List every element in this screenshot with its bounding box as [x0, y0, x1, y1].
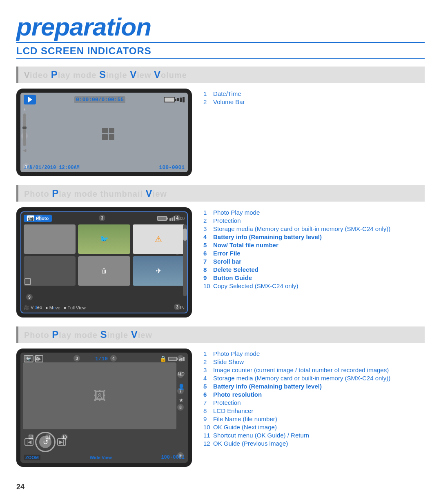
list-item: 9 File Name (file number) — [203, 415, 425, 422]
psv-view-label: Wide View — [90, 455, 112, 460]
psv-image-area: 🖼 — [23, 362, 176, 429]
list-item: 2 Protection — [203, 217, 425, 224]
photo-thumbnail-inner: 1 2 3 4 5 6 7 8 9 10 3 📷 Photo — [20, 211, 188, 313]
psv-nb-10: 10 — [61, 434, 68, 440]
photo-single-list: 1 Photo Play mode 2 Slide Show 3 Image c… — [203, 349, 425, 448]
vs-vol-track — [23, 113, 26, 146]
pt-right-top: 100 — [157, 216, 185, 221]
item-number: 2 — [203, 217, 211, 224]
item-text: Slide Show — [213, 358, 244, 365]
item-number: 3 — [203, 225, 211, 232]
item-number: 10 — [203, 282, 211, 289]
psv-nb-2: 2 — [33, 355, 40, 362]
photo-thumbnail-screen: 1 2 3 4 5 6 7 8 9 10 3 📷 Photo — [16, 207, 192, 317]
photo-single-screen: 1 2 3 4 5 6 7 8 9 10 11 12 📷 ▶ 1/10 🔒 — [16, 349, 192, 467]
item-number: 1 — [203, 90, 211, 97]
vs-midarea: 2 6 ◀ — [20, 104, 188, 163]
video-screen-inner: 0:00:00/0:00:55 2 6 — [20, 93, 188, 172]
list-item: 1 Date/Time — [203, 90, 425, 97]
nb-3: 3 — [99, 215, 105, 221]
video-screen: 0:00:00/0:00:55 2 6 — [16, 89, 192, 176]
list-item: 3 Image counter (current image / total n… — [203, 366, 425, 373]
vs-bar-1 — [177, 98, 179, 101]
photo-thumbnail-list: 1 Photo Play mode 2 Protection 3 Storage… — [203, 207, 425, 291]
item-number: 7 — [203, 399, 211, 406]
nb-4: 4 — [174, 215, 180, 221]
item-number: 10 — [203, 424, 211, 431]
item-text: Shortcut menu (OK Guide) / Return — [213, 432, 309, 439]
item-text: OK Guide (Next image) — [213, 424, 277, 431]
list-item-bold: 5 Battery info (Remaining battery level) — [203, 383, 425, 390]
item-text: Protection — [213, 217, 241, 224]
list-item-bold: 6 Error File — [203, 250, 425, 257]
video-play-list: 1 Date/Time 2 Volume Bar — [203, 89, 425, 107]
vs-signal-bars — [177, 97, 185, 102]
item-text: Battery info (Remaining battery level) — [213, 383, 322, 390]
psv-icon-hd: HD — [178, 371, 185, 376]
psv-nb-11: 11 — [45, 434, 51, 440]
video-play-items: 1 Date/Time 2 Volume Bar — [203, 90, 425, 105]
psv-nb-12: 12 — [28, 434, 34, 440]
item-number: 4 — [203, 233, 211, 240]
pt-thumb-3 — [133, 224, 185, 254]
nb-1: 1 — [26, 215, 33, 221]
item-number: 11 — [203, 432, 211, 439]
subsection-header-photo-single: Photo Play mode Single View — [16, 326, 425, 343]
photo-single-items: 1 Photo Play mode 2 Slide Show 3 Image c… — [203, 350, 425, 447]
list-item-bold: 6 Photo resolution — [203, 391, 425, 398]
list-item: 2 Slide Show — [203, 358, 425, 365]
page-title: preparation — [16, 12, 425, 41]
pt-storage-icon: IN — [180, 305, 185, 310]
video-play-section: 0:00:00/0:00:55 2 6 — [16, 89, 425, 176]
item-number: 2 — [203, 98, 211, 105]
list-item: 7 Protection — [203, 399, 425, 406]
bottom-divider — [16, 476, 425, 476]
item-text: Image counter (current image / total num… — [213, 366, 389, 373]
psv-image-placeholder: 🖼 — [94, 389, 106, 403]
list-item: 10 Copy Selected (SMX-C24 only) — [203, 282, 425, 289]
photo-single-inner: 1 2 3 4 5 6 7 8 9 10 11 12 📷 ▶ 1/10 🔒 — [20, 353, 188, 463]
item-text: Photo Play mode — [213, 350, 260, 357]
psv-nb-1: 1 — [24, 355, 31, 362]
item-text: Photo resolution — [213, 391, 262, 398]
item-number: 1 — [203, 350, 211, 357]
item-number: 5 — [203, 383, 211, 390]
photo-thumb-items: 1 Photo Play mode 2 Protection 3 Storage… — [203, 209, 425, 289]
num-bubble-1: 1 — [23, 163, 29, 170]
list-item: 2 Volume Bar — [203, 98, 425, 105]
list-item: 8 LCD Enhancer — [203, 407, 425, 414]
pt-guide-move: ● Move — [45, 305, 60, 310]
item-number: 12 — [203, 440, 211, 447]
psv-controls: |◀ ↺ ▶| — [20, 429, 188, 455]
vs-bar-2 — [180, 98, 182, 102]
psv-bottombar: ZOOM Wide View 100-0001 — [20, 455, 188, 463]
pt-thumb-6 — [133, 256, 185, 286]
list-item: 10 OK Guide (Next image) — [203, 424, 425, 431]
vs-vol-thumb — [22, 127, 27, 129]
list-item: 3 Storage media (Memory card or built-in… — [203, 225, 425, 232]
psv-icon-face: 👤 — [178, 384, 185, 390]
vs-battery-area — [164, 97, 185, 102]
list-item-bold: 8 Delete Selected — [203, 266, 425, 273]
vs-fileno: 100-0001 — [159, 164, 185, 171]
item-number: 6 — [203, 250, 211, 257]
psv-zoom-label: ZOOM — [24, 455, 40, 460]
item-number: 9 — [203, 274, 211, 281]
psv-icon-star: ★ — [179, 397, 184, 403]
item-text: Photo Play mode — [213, 209, 260, 216]
psv-right-icons: HD 👤 ★ — [178, 371, 185, 403]
item-text: Storage media (Memory card or built-in m… — [213, 225, 390, 232]
nb-2: 2 — [36, 215, 42, 221]
pt-thumbnail-grid — [24, 224, 185, 286]
item-text: Delete Selected — [213, 266, 258, 273]
psv-protect-icon: 🔒 — [160, 355, 167, 362]
pt-thumb-5 — [78, 256, 130, 286]
pt-bar-2 — [172, 218, 173, 221]
item-number: 8 — [203, 266, 211, 273]
list-item-bold: 4 Battery info (Remaining battery level) — [203, 233, 425, 240]
item-text: Scroll bar — [213, 258, 241, 265]
vs-main-content — [29, 104, 188, 163]
item-text: Volume Bar — [213, 98, 245, 105]
item-text: Button Guide — [213, 274, 252, 281]
vs-bar-3 — [183, 97, 185, 102]
